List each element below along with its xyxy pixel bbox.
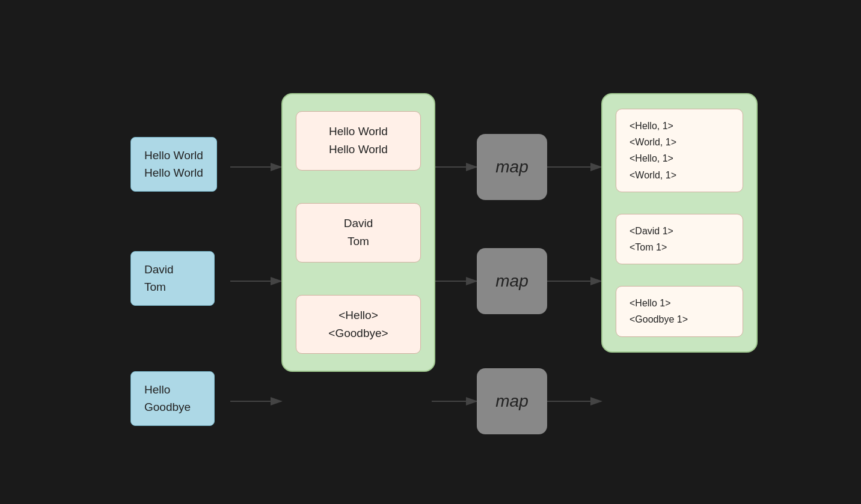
input-box-3: Hello Goodbye xyxy=(130,371,215,426)
input-box-1: Hello World Hello World xyxy=(130,137,217,192)
inner-box-2: David Tom xyxy=(296,203,421,263)
map-box-2: map xyxy=(477,248,547,314)
map-box-3: map xyxy=(477,368,547,434)
green-container-right: <Hello, 1> <World, 1> <Hello, 1> <World,… xyxy=(601,93,758,353)
output-box-3: <Hello 1> <Goodbye 1> xyxy=(616,286,743,336)
map-box-1: map xyxy=(477,134,547,200)
inner-box-3: <Hello> <Goodbye> xyxy=(296,295,421,354)
green-container-left: Hello World Hello World David Tom <Hello… xyxy=(281,93,435,372)
output-box-1: <Hello, 1> <World, 1> <Hello, 1> <World,… xyxy=(616,109,743,192)
input-box-2: David Tom xyxy=(130,251,215,306)
inner-box-1: Hello World Hello World xyxy=(296,111,421,171)
output-box-2: <David 1> <Tom 1> xyxy=(616,214,743,264)
